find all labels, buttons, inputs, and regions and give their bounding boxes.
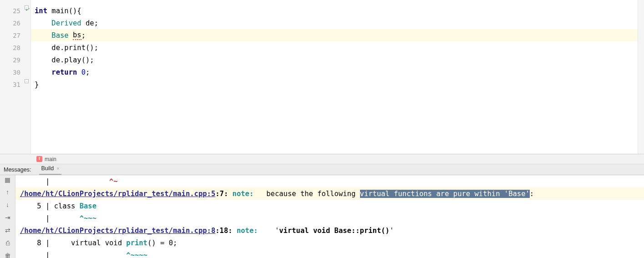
stop-button[interactable] <box>3 178 12 183</box>
code-token: int <box>35 7 51 15</box>
message-text: ' <box>390 227 394 235</box>
code-token: main(){ <box>51 7 81 15</box>
selected-text: Base <box>508 190 525 198</box>
code-token: Base <box>51 31 68 40</box>
soft-wrap-button[interactable]: ⇥ <box>3 214 12 221</box>
code-line[interactable]: return 0; <box>31 66 644 78</box>
next-message-button[interactable]: ↓ <box>3 201 12 208</box>
message-text: : <box>530 190 534 198</box>
fold-column: - - <box>26 0 30 154</box>
code-token: 0 <box>81 68 86 76</box>
code-token <box>35 19 51 27</box>
close-icon[interactable]: × <box>56 166 59 171</box>
code-token: Derived <box>51 19 81 27</box>
note-label: note: <box>237 227 258 235</box>
message-text: ' <box>258 227 279 235</box>
code-line[interactable]: de.play(); <box>31 54 644 66</box>
note-label: note: <box>233 190 254 198</box>
message-line[interactable]: | ^~~~ <box>15 212 644 224</box>
code-line[interactable]: Base bs; <box>31 29 644 41</box>
message-line[interactable]: | ^~ <box>15 175 644 187</box>
message-text: | <box>20 177 109 186</box>
code-token: bs <box>73 31 81 40</box>
scroll-to-button[interactable]: ⇄ <box>3 227 12 234</box>
breadcrumb-bar: f main <box>0 154 644 164</box>
message-line[interactable]: 8 | virtual void print() = 0; <box>15 237 644 249</box>
code-line[interactable]: de.print(); <box>31 41 644 54</box>
message-text: | <box>20 251 126 258</box>
prev-message-button[interactable]: ↑ <box>3 188 12 196</box>
code-token: de.play(); <box>35 56 94 64</box>
messages-header: Messages: Build × <box>0 164 644 175</box>
code-token: de.print(); <box>35 44 98 52</box>
message-line[interactable]: | ^~~~~ <box>15 249 644 258</box>
selected-text: virtual functions are pure within ' <box>360 190 509 198</box>
message-text: 8 | virtual void <box>20 239 126 247</box>
code-line[interactable] <box>31 0 644 5</box>
message-text: | <box>20 214 80 223</box>
code-token: } <box>35 81 39 89</box>
code-line[interactable]: int main(){ <box>31 5 644 17</box>
messages-toolbar: ↑ ↓ ⇥ ⇄ ⎙ 🗑 <box>0 175 15 258</box>
fold-handle-icon[interactable]: - <box>25 5 29 10</box>
tab-label: Build <box>41 165 54 172</box>
breadcrumb-label[interactable]: main <box>45 156 56 162</box>
stop-icon <box>5 178 10 183</box>
error-stripe[interactable] <box>638 0 644 154</box>
messages-title: Messages: <box>4 167 31 173</box>
code-token <box>69 31 73 40</box>
message-text: print <box>126 239 147 247</box>
message-text: ^~~~ <box>80 214 96 223</box>
function-icon: f <box>36 156 42 162</box>
message-text: because the following <box>254 190 360 198</box>
editor-content[interactable]: int main(){ Derived de; Base bs; de.prin… <box>31 0 644 154</box>
code-token <box>35 68 51 76</box>
file-link[interactable]: /home/ht/CLionProjects/rplidar_test/main… <box>20 190 215 198</box>
messages-tab-build[interactable]: Build × <box>39 164 61 175</box>
code-line[interactable]: Derived de; <box>31 17 644 29</box>
code-token: de; <box>81 19 98 27</box>
message-line[interactable]: /home/ht/CLionProjects/rplidar_test/main… <box>15 224 644 237</box>
message-text: :7: <box>215 190 232 198</box>
messages-output[interactable]: | ^~/home/ht/CLionProjects/rplidar_test/… <box>15 175 644 258</box>
code-token <box>35 31 51 40</box>
message-text: ^~ <box>109 177 118 186</box>
message-text: () = 0; <box>147 239 177 247</box>
clear-button[interactable]: 🗑 <box>3 252 12 258</box>
code-token: ; <box>81 31 86 40</box>
code-token: return <box>51 68 81 76</box>
message-text: ^~~~~ <box>126 251 147 258</box>
editor-gutter: 25262728293031 - - <box>0 0 31 154</box>
message-line[interactable]: /home/ht/CLionProjects/rplidar_test/main… <box>15 187 644 200</box>
messages-panel: ↑ ↓ ⇥ ⇄ ⎙ 🗑 | ^~/home/ht/CLionProjects/r… <box>0 175 644 258</box>
code-token: ; <box>86 68 90 76</box>
message-text: 5 | class <box>20 202 80 210</box>
print-button[interactable]: ⎙ <box>3 239 12 247</box>
message-text: virtual void Base::print() <box>279 227 390 235</box>
selected-text: ' <box>526 190 530 198</box>
message-text: Base <box>80 202 96 210</box>
file-link[interactable]: /home/ht/CLionProjects/rplidar_test/main… <box>20 227 215 235</box>
message-line[interactable]: 5 | class Base <box>15 200 644 212</box>
code-line[interactable]: } <box>31 78 644 91</box>
code-editor: 25262728293031 - - int main(){ Derived d… <box>0 0 644 154</box>
fold-handle-icon[interactable]: - <box>25 79 29 83</box>
message-text: :18: <box>215 227 237 235</box>
